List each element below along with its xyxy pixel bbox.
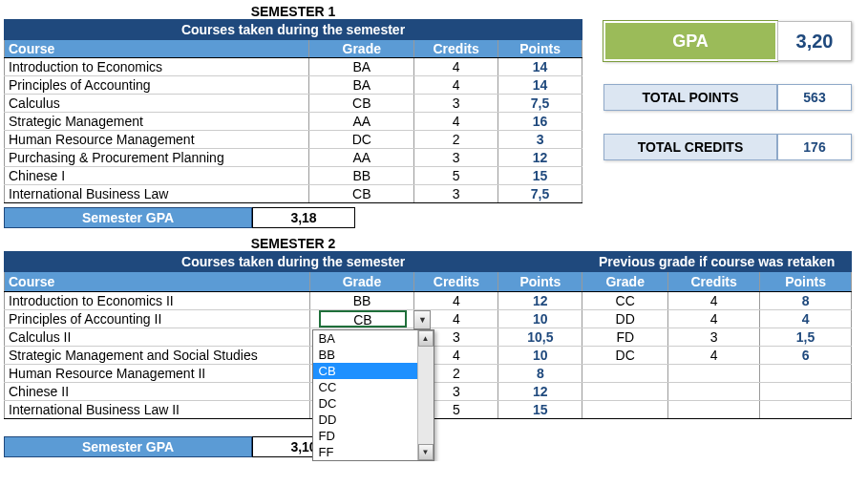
dropdown-option[interactable]: BB <box>313 347 434 363</box>
cell-course[interactable]: International Business Law <box>5 185 309 203</box>
sem2-prev-title: Previous grade if course was retaken <box>582 252 852 272</box>
cell-prev-grade[interactable]: CC <box>582 292 668 310</box>
cell-credits[interactable]: 5 <box>414 167 498 185</box>
cell-course[interactable]: Strategic Management <box>5 113 309 131</box>
cell-prev-grade[interactable] <box>582 365 668 383</box>
cell-course[interactable]: Human Resource Management <box>5 131 309 149</box>
cell-grade-dropdown[interactable]: CB ▼ BABBCBCCDCDDFDFF ▲ ▼ <box>309 310 414 328</box>
cell-credits[interactable]: 4 <box>414 76 498 95</box>
cell-prev-points <box>760 365 852 383</box>
cell-credits[interactable]: 3 <box>414 95 498 113</box>
cell-prev-credits[interactable]: 4 <box>668 347 760 365</box>
cell-grade[interactable]: BB <box>309 167 414 185</box>
gpa-value: 3,20 <box>777 21 852 61</box>
top-section: SEMESTER 1 Courses taken during the seme… <box>4 4 864 228</box>
semester1-title: SEMESTER 1 <box>4 4 582 19</box>
scroll-down-button[interactable]: ▼ <box>418 444 434 460</box>
cell-credits[interactable]: 4 <box>414 58 498 76</box>
col-credits: Credits <box>414 40 498 58</box>
total-credits-box: TOTAL CREDITS 176 <box>603 134 852 160</box>
summary-block: GPA 3,20 TOTAL POINTS 563 TOTAL CREDITS … <box>603 4 852 228</box>
cell-grade[interactable]: AA <box>309 149 414 167</box>
semester2-title: SEMESTER 2 <box>4 236 582 251</box>
table-row: CalculusCB37,5 <box>5 95 582 113</box>
cell-course[interactable]: Strategic Management and Social Studies <box>5 347 310 365</box>
cell-grade[interactable]: CB <box>309 185 414 203</box>
table-row: Human Resource ManagementDC23 <box>5 131 582 149</box>
cell-points: 3 <box>498 131 582 149</box>
cell-course[interactable]: Calculus II <box>5 328 310 347</box>
cell-grade[interactable]: BA <box>309 58 414 76</box>
cell-prev-credits[interactable]: 4 <box>668 310 760 328</box>
dropdown-scrollbar[interactable]: ▲ ▼ <box>417 330 434 460</box>
cell-prev-credits[interactable]: 4 <box>668 292 760 310</box>
cell-credits[interactable]: 3 <box>414 149 498 167</box>
cell-prev-grade[interactable] <box>582 401 668 419</box>
dropdown-toggle-button[interactable]: ▼ <box>413 310 431 329</box>
table-row: Principles of Accounting II CB ▼ BABBCBC… <box>5 310 852 328</box>
total-points-label: TOTAL POINTS <box>603 84 777 111</box>
dropdown-option[interactable]: CC <box>313 379 434 395</box>
cell-grade[interactable]: CB <box>309 95 414 113</box>
cell-credits[interactable]: 4 <box>414 113 498 131</box>
total-points-value: 563 <box>777 84 852 111</box>
total-credits-label: TOTAL CREDITS <box>603 134 777 160</box>
gpa-label: GPA <box>603 21 777 61</box>
cell-points: 15 <box>498 401 582 419</box>
cell-prev-credits[interactable] <box>668 401 760 419</box>
cell-course[interactable]: Introduction to Economics II <box>5 292 310 310</box>
cell-prev-grade[interactable]: FD <box>582 328 668 347</box>
cell-prev-points <box>760 383 852 401</box>
table-row: Introduction to EconomicsBA414 <box>5 58 582 76</box>
cell-prev-points <box>760 401 852 419</box>
cell-prev-grade[interactable]: DC <box>582 347 668 365</box>
cell-points: 7,5 <box>498 185 582 203</box>
cell-prev-points: 6 <box>760 347 852 365</box>
col-prev-credits: Credits <box>668 272 760 292</box>
cell-points: 12 <box>498 292 582 310</box>
cell-prev-credits[interactable] <box>668 365 760 383</box>
cell-course[interactable]: Principles of Accounting II <box>5 310 310 328</box>
cell-grade[interactable]: DC <box>309 131 414 149</box>
cell-grade[interactable]: AA <box>309 113 414 131</box>
grade-dropdown-list[interactable]: BABBCBCCDCDDFDFF ▲ ▼ <box>312 329 434 461</box>
semester2-table: Courses taken during the semester Previo… <box>4 251 852 419</box>
dropdown-option[interactable]: BA <box>313 330 434 347</box>
cell-prev-grade[interactable] <box>582 383 668 401</box>
cell-prev-grade[interactable]: DD <box>582 310 668 328</box>
cell-points: 12 <box>498 149 582 167</box>
cell-course[interactable]: Purchasing & Procurement Planning <box>5 149 309 167</box>
sem2-table-title: Courses taken during the semester <box>5 252 582 272</box>
cell-points: 10 <box>498 310 582 328</box>
cell-course[interactable]: International Business Law II <box>5 401 310 419</box>
chevron-down-icon: ▼ <box>418 315 427 325</box>
cell-course[interactable]: Human Resource Management II <box>5 365 310 383</box>
cell-course[interactable]: Principles of Accounting <box>5 76 309 95</box>
grade-selected-value[interactable]: CB <box>319 310 407 328</box>
gpa-box: GPA 3,20 <box>603 21 852 61</box>
dropdown-option[interactable]: FD <box>313 428 434 444</box>
dropdown-option[interactable]: DD <box>313 412 434 428</box>
col-prev-points: Points <box>760 272 852 292</box>
dropdown-option[interactable]: DC <box>313 395 434 412</box>
sem2-gpa-row: Semester GPA 3,10 <box>4 436 864 457</box>
sem1-gpa-label: Semester GPA <box>4 207 252 228</box>
chevron-down-icon: ▼ <box>422 448 430 456</box>
dropdown-option[interactable]: FF <box>313 444 434 460</box>
cell-course[interactable]: Chinese II <box>5 383 310 401</box>
cell-prev-credits[interactable]: 3 <box>668 328 760 347</box>
cell-course[interactable]: Chinese I <box>5 167 309 185</box>
cell-prev-points: 1,5 <box>760 328 852 347</box>
cell-credits[interactable]: 3 <box>414 185 498 203</box>
cell-credits[interactable]: 4 <box>414 292 498 310</box>
cell-points: 10 <box>498 347 582 365</box>
cell-points: 7,5 <box>498 95 582 113</box>
cell-grade[interactable]: BB <box>309 292 414 310</box>
cell-course[interactable]: Calculus <box>5 95 309 113</box>
cell-prev-credits[interactable] <box>668 383 760 401</box>
cell-grade[interactable]: BA <box>309 76 414 95</box>
scroll-up-button[interactable]: ▲ <box>418 330 434 347</box>
dropdown-option[interactable]: CB <box>313 363 434 379</box>
cell-credits[interactable]: 2 <box>414 131 498 149</box>
cell-course[interactable]: Introduction to Economics <box>5 58 309 76</box>
